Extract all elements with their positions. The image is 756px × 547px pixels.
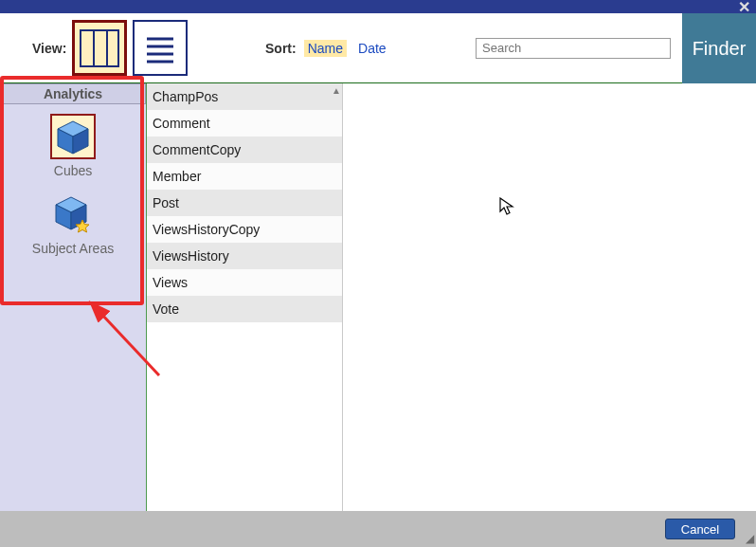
list-item[interactable]: CommentCopy — [147, 137, 342, 163]
list-item[interactable]: Views — [147, 269, 342, 296]
view-list-button[interactable] — [133, 20, 188, 76]
sidebar-item-label: Cubes — [54, 163, 92, 178]
search-input[interactable] — [476, 38, 671, 59]
list-item[interactable]: ChampPos — [147, 83, 342, 110]
sidebar-item-subject-areas[interactable]: Subject Areas — [32, 191, 114, 256]
list-item[interactable]: ViewsHistoryCopy — [147, 216, 342, 243]
svg-rect-0 — [81, 30, 118, 66]
footer-bar: Cancel ◢ — [0, 511, 756, 547]
cube-star-icon — [50, 191, 96, 237]
title-bar: ✕ — [0, 0, 756, 13]
sort-label: Sort: — [265, 41, 297, 56]
cancel-button[interactable]: Cancel — [665, 519, 735, 539]
scroll-up-icon[interactable]: ▲ — [332, 85, 341, 96]
toolbar: View: Sort: Name Date Finder — [0, 13, 756, 83]
sidebar: Analytics Cubes — [0, 83, 147, 511]
view-list-icon — [141, 29, 179, 67]
cube-icon — [50, 114, 96, 159]
sidebar-heading: Analytics — [0, 83, 146, 104]
list-item[interactable]: Vote — [147, 296, 342, 322]
resize-grip-icon[interactable]: ◢ — [746, 532, 754, 545]
sidebar-item-cubes[interactable]: Cubes — [50, 114, 96, 178]
finder-button[interactable]: Finder — [682, 13, 756, 83]
main-area: Analytics Cubes — [0, 83, 756, 511]
sort-block: Sort: Name Date — [265, 40, 390, 57]
list-item[interactable]: Post — [147, 190, 342, 216]
view-label: View: — [32, 41, 66, 56]
list-column: ▲ ChampPos Comment CommentCopy Member Po… — [147, 83, 343, 511]
sidebar-item-label: Subject Areas — [32, 241, 114, 256]
view-columns-icon — [79, 27, 120, 69]
list-item[interactable]: ViewsHistory — [147, 243, 342, 269]
preview-pane — [343, 83, 756, 511]
list-item[interactable]: Comment — [147, 110, 342, 137]
sort-by-date[interactable]: Date — [354, 40, 390, 57]
sort-by-name[interactable]: Name — [304, 40, 347, 57]
list-item[interactable]: Member — [147, 163, 342, 190]
view-columns-button[interactable] — [72, 20, 127, 76]
